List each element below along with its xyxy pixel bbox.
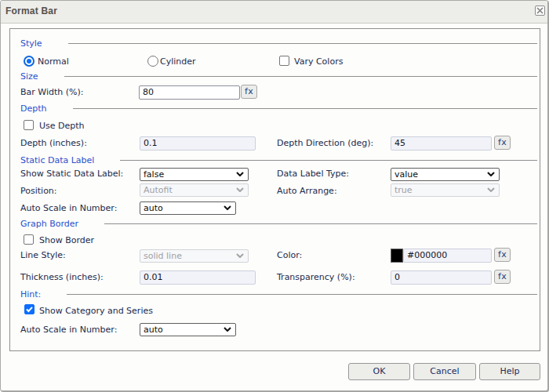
bar-width-fx-button[interactable]: fx [241,85,257,99]
auto-scale-value: auto [144,203,163,213]
depth-inches-input: 0.1 [140,136,256,151]
position-value: Autofit [144,185,173,195]
section-hint-label: Hint: [20,289,41,299]
show-static-data-label-label: Show Static Data Label: [20,169,123,179]
section-static-data-label-label: Static Data Label [20,155,94,165]
section-size-label: Size [20,71,38,82]
section-graph-border-rule [104,223,537,224]
color-fx-button[interactable]: fx [494,248,511,262]
depth-direction-input: 45 [391,136,492,151]
section-depth: Depth [20,103,537,114]
transparency-input: 0 [391,270,492,285]
chevron-down-icon [487,172,495,176]
section-style-rule [68,43,537,44]
depth-inches-label: Depth (inches): [20,138,87,148]
transparency-label: Transparency (%): [277,272,355,282]
radio-normal-label: Normal [38,56,69,67]
data-label-type-value: value [394,169,418,180]
format-bar-dialog: Format Bar Style Normal Cylinder Vary Co… [0,0,548,391]
checkbox-vary-colors[interactable] [279,56,289,66]
depth-direction-fx-button[interactable]: fx [494,136,511,150]
auto-scale2-value: auto [144,325,163,335]
dialog-title: Format Bar [5,5,57,16]
chevron-down-icon [236,172,244,176]
radio-cylinder[interactable] [147,56,158,67]
chevron-down-icon [236,253,244,258]
color-swatch[interactable] [391,249,403,263]
data-label-type-select[interactable]: value [391,168,500,181]
auto-scale-label: Auto Scale in Number: [20,203,117,213]
line-style-value: solid line [144,251,182,261]
auto-scale2-label: Auto Scale in Number: [20,325,117,335]
section-static-data-label: Static Data Label [20,155,537,165]
section-graph-border: Graph Border [20,219,537,229]
checkbox-show-category[interactable] [24,304,35,314]
bar-width-input[interactable]: 80 [139,85,240,100]
thickness-input: 0.01 [140,270,256,285]
section-hint: Hint: [20,289,537,299]
auto-arrange-value: true [394,185,413,195]
chevron-down-icon [224,327,231,332]
radio-normal[interactable] [24,56,35,67]
chevron-down-icon [236,187,244,192]
close-icon [536,7,544,14]
checkbox-show-border[interactable] [24,234,34,245]
checkbox-show-border-label: Show Border [39,235,94,245]
auto-arrange-label: Auto Arrange: [277,186,337,196]
show-static-data-label-value: false [144,169,164,180]
line-style-select: solid line [140,249,249,263]
transparency-fx-button[interactable]: fx [494,270,511,284]
chevron-down-icon [487,187,495,192]
position-select: Autofit [140,183,249,197]
section-graph-border-label: Graph Border [20,219,78,229]
help-button[interactable]: Help [479,363,540,380]
color-input: #000000 [403,249,492,263]
chevron-down-icon [224,205,231,210]
data-label-type-label: Data Label Type: [277,169,349,179]
checkbox-show-category-label: Show Category and Series [39,306,153,316]
depth-direction-label: Depth Direction (deg): [277,138,373,148]
section-depth-label: Depth [20,103,47,114]
cancel-button[interactable]: Cancel [413,363,476,380]
checkbox-vary-colors-label: Vary Colors [294,56,343,67]
check-icon [25,305,34,314]
checkbox-use-depth-label: Use Depth [39,121,85,131]
checkbox-use-depth[interactable] [24,120,34,130]
line-style-label: Line Style: [20,250,66,260]
position-label: Position: [20,186,57,196]
ok-button[interactable]: OK [348,363,410,380]
auto-arrange-select: true [391,183,500,197]
thickness-label: Thickness (inches): [20,272,104,282]
bar-width-label: Bar Width (%): [20,87,84,97]
color-label: Color: [277,250,302,260]
section-size: Size [20,71,537,82]
section-size-rule [64,76,537,77]
show-static-data-label-select[interactable]: false [140,168,249,181]
title-bar: Format Bar [1,1,547,24]
section-depth-rule [73,108,537,109]
auto-scale2-select[interactable]: auto [140,323,236,336]
section-hint-rule [67,294,537,295]
section-style-label: Style [20,38,42,49]
auto-scale-select[interactable]: auto [140,201,236,215]
close-button[interactable] [535,5,545,16]
section-style: Style [20,38,537,49]
section-static-data-label-rule [120,160,537,161]
radio-cylinder-label: Cylinder [160,56,196,67]
